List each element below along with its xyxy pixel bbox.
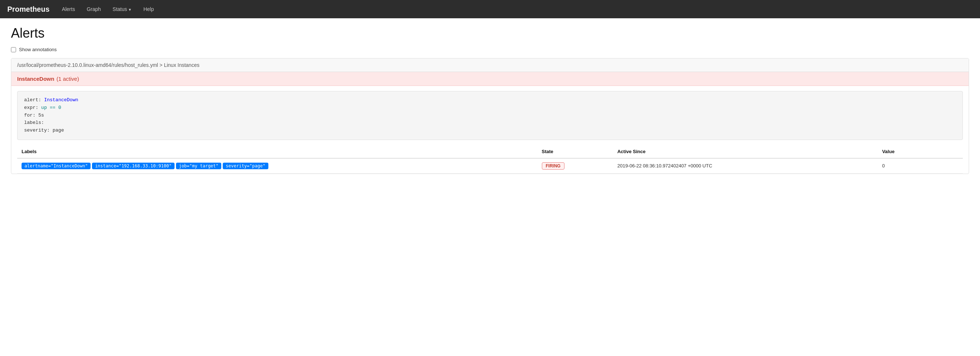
code-expr-line: expr: up == 0: [24, 104, 956, 112]
rule-group-header: /usr/local/prometheus-2.10.0.linux-amd64…: [11, 59, 969, 72]
alert-name: InstanceDown: [17, 76, 54, 82]
code-for-line: for: 5s: [24, 112, 956, 120]
td-value: 0: [878, 158, 963, 174]
alert-details-section: alert: InstanceDown expr: up == 0 for: 5…: [11, 91, 969, 174]
navbar: Prometheus Alerts Graph Status Help: [0, 0, 980, 18]
alert-row: InstanceDown (1 active): [11, 72, 969, 86]
td-since: 2019-06-22 08:36:10.972402407 +0000 UTC: [613, 158, 878, 174]
navbar-nav: Alerts Graph Status Help: [57, 6, 159, 12]
alert-active-count: (1 active): [57, 76, 79, 82]
page-content: Alerts Show annotations /usr/local/prome…: [0, 18, 980, 181]
nav-link-help[interactable]: Help: [138, 3, 159, 15]
navbar-brand[interactable]: Prometheus: [7, 5, 50, 14]
th-since: Active Since: [613, 145, 878, 158]
rule-group: /usr/local/prometheus-2.10.0.linux-amd64…: [11, 58, 969, 174]
code-expr-key: expr:: [24, 105, 38, 110]
td-labels: alertname="InstanceDown"instance="192.16…: [17, 158, 538, 174]
table-head: Labels State Active Since Value: [17, 145, 963, 158]
label-tag[interactable]: job="my target": [176, 163, 221, 169]
code-severity-line: severity: page: [24, 127, 956, 134]
table-body: alertname="InstanceDown"instance="192.16…: [17, 158, 963, 174]
th-labels: Labels: [17, 145, 538, 158]
nav-item-help: Help: [138, 6, 159, 12]
code-expr-val-text: up == 0: [41, 105, 61, 110]
show-annotations-row: Show annotations: [11, 47, 969, 52]
nav-link-alerts[interactable]: Alerts: [57, 3, 80, 15]
label-tag[interactable]: instance="192.168.33.10:9100": [92, 163, 175, 169]
code-alert-val-text: InstanceDown: [44, 97, 78, 103]
nav-item-alerts: Alerts: [57, 6, 80, 12]
label-tag[interactable]: severity="page": [223, 163, 268, 169]
code-alert-line: alert: InstanceDown: [24, 96, 956, 104]
table-row: alertname="InstanceDown"instance="192.16…: [17, 158, 963, 174]
show-annotations-label: Show annotations: [19, 47, 57, 52]
nav-link-graph[interactable]: Graph: [81, 3, 106, 15]
nav-item-graph: Graph: [81, 6, 106, 12]
alert-code-block: alert: InstanceDown expr: up == 0 for: 5…: [17, 91, 963, 140]
nav-item-status: Status: [107, 6, 137, 12]
nav-link-status[interactable]: Status: [107, 3, 137, 15]
alerts-table: Labels State Active Since Value alertnam…: [17, 145, 963, 174]
state-badge: FIRING: [542, 162, 565, 169]
show-annotations-checkbox[interactable]: [11, 47, 16, 52]
td-state: FIRING: [538, 158, 613, 174]
page-title: Alerts: [11, 26, 969, 41]
code-alert-key: alert:: [24, 97, 41, 103]
th-value: Value: [878, 145, 963, 158]
label-tag[interactable]: alertname="InstanceDown": [22, 163, 91, 169]
th-state: State: [538, 145, 613, 158]
code-labels-line: labels:: [24, 119, 956, 127]
table-header-row: Labels State Active Since Value: [17, 145, 963, 158]
